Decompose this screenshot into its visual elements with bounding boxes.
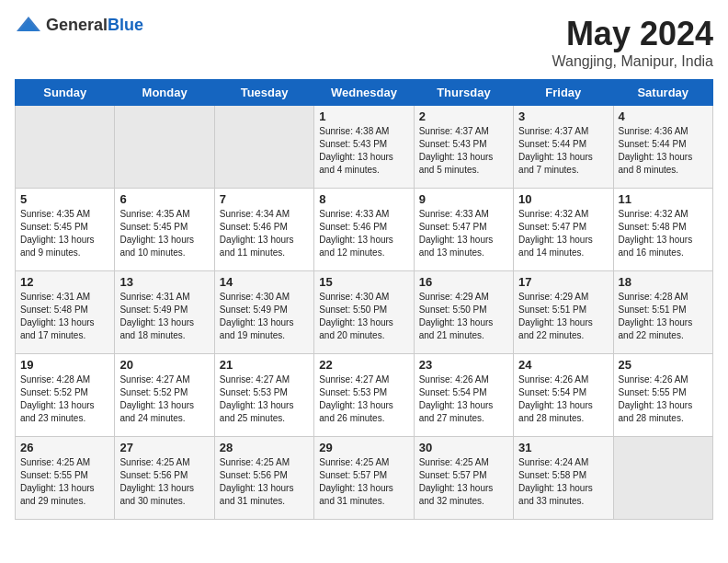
- cell-content: Sunrise: 4:26 AMSunset: 5:55 PMDaylight:…: [619, 374, 693, 423]
- header: GeneralBlue May 2024 Wangjing, Manipur, …: [15, 15, 713, 70]
- cell-content: Sunrise: 4:25 AMSunset: 5:56 PMDaylight:…: [119, 457, 194, 506]
- calendar-cell: 26Sunrise: 4:25 AMSunset: 5:55 PMDayligh…: [16, 437, 115, 520]
- cell-content: Sunrise: 4:30 AMSunset: 5:50 PMDaylight:…: [319, 292, 393, 340]
- cell-content: Sunrise: 4:32 AMSunset: 5:48 PMDaylight:…: [619, 209, 693, 258]
- calendar-week-row: 12Sunrise: 4:31 AMSunset: 5:48 PMDayligh…: [16, 271, 713, 354]
- cell-content: Sunrise: 4:30 AMSunset: 5:49 PMDaylight:…: [220, 292, 294, 340]
- day-number: 20: [119, 358, 209, 372]
- calendar-cell: 17Sunrise: 4:29 AMSunset: 5:51 PMDayligh…: [514, 271, 613, 354]
- cell-content: Sunrise: 4:31 AMSunset: 5:48 PMDaylight:…: [20, 292, 95, 340]
- day-number: 24: [518, 358, 608, 372]
- day-number: 21: [220, 358, 309, 372]
- day-number: 18: [619, 275, 708, 289]
- weekday-header-row: SundayMondayTuesdayWednesdayThursdayFrid…: [16, 80, 713, 106]
- day-number: 12: [20, 275, 109, 289]
- weekday-header-wednesday: Wednesday: [314, 80, 414, 106]
- calendar-week-row: 19Sunrise: 4:28 AMSunset: 5:52 PMDayligh…: [16, 354, 713, 437]
- day-number: 8: [319, 192, 408, 206]
- calendar-cell: 27Sunrise: 4:25 AMSunset: 5:56 PMDayligh…: [115, 437, 214, 520]
- day-number: 25: [619, 358, 708, 372]
- day-number: 28: [220, 441, 309, 454]
- day-number: 2: [419, 109, 508, 123]
- day-number: 1: [319, 109, 408, 123]
- logo-icon: [15, 15, 42, 35]
- cell-content: Sunrise: 4:32 AMSunset: 5:47 PMDaylight:…: [518, 209, 593, 258]
- calendar-cell: 21Sunrise: 4:27 AMSunset: 5:53 PMDayligh…: [214, 354, 313, 437]
- calendar-cell: 12Sunrise: 4:31 AMSunset: 5:48 PMDayligh…: [16, 271, 115, 354]
- cell-content: Sunrise: 4:25 AMSunset: 5:56 PMDaylight:…: [220, 457, 294, 506]
- calendar-cell: 15Sunrise: 4:30 AMSunset: 5:50 PMDayligh…: [314, 271, 414, 354]
- calendar-cell: 9Sunrise: 4:33 AMSunset: 5:47 PMDaylight…: [414, 189, 513, 271]
- main-title: May 2024: [552, 15, 713, 53]
- cell-content: Sunrise: 4:27 AMSunset: 5:52 PMDaylight:…: [119, 374, 194, 423]
- day-number: 31: [518, 441, 608, 454]
- calendar-cell: 25Sunrise: 4:26 AMSunset: 5:55 PMDayligh…: [613, 354, 712, 437]
- calendar-cell: [115, 106, 214, 189]
- calendar-cell: 13Sunrise: 4:31 AMSunset: 5:49 PMDayligh…: [115, 271, 214, 354]
- cell-content: Sunrise: 4:34 AMSunset: 5:46 PMDaylight:…: [220, 209, 294, 258]
- cell-content: Sunrise: 4:27 AMSunset: 5:53 PMDaylight:…: [319, 374, 393, 423]
- weekday-header-friday: Friday: [514, 80, 613, 106]
- cell-content: Sunrise: 4:38 AMSunset: 5:43 PMDaylight:…: [319, 126, 393, 175]
- calendar-table: SundayMondayTuesdayWednesdayThursdayFrid…: [15, 79, 713, 520]
- cell-content: Sunrise: 4:35 AMSunset: 5:45 PMDaylight:…: [119, 209, 194, 258]
- day-number: 13: [119, 275, 209, 289]
- logo-text: GeneralBlue: [46, 16, 143, 35]
- day-number: 23: [419, 358, 508, 372]
- day-number: 26: [20, 441, 109, 454]
- cell-content: Sunrise: 4:36 AMSunset: 5:44 PMDaylight:…: [619, 126, 693, 175]
- day-number: 9: [419, 192, 508, 206]
- calendar-cell: [613, 437, 712, 520]
- cell-content: Sunrise: 4:29 AMSunset: 5:50 PMDaylight:…: [419, 292, 494, 340]
- calendar-cell: 19Sunrise: 4:28 AMSunset: 5:52 PMDayligh…: [16, 354, 115, 437]
- calendar-cell: 1Sunrise: 4:38 AMSunset: 5:43 PMDaylight…: [314, 106, 414, 189]
- cell-content: Sunrise: 4:33 AMSunset: 5:46 PMDaylight:…: [319, 209, 393, 258]
- day-number: 15: [319, 275, 408, 289]
- weekday-header-thursday: Thursday: [414, 80, 513, 106]
- cell-content: Sunrise: 4:26 AMSunset: 5:54 PMDaylight:…: [419, 374, 494, 423]
- cell-content: Sunrise: 4:31 AMSunset: 5:49 PMDaylight:…: [119, 292, 194, 340]
- calendar-cell: 20Sunrise: 4:27 AMSunset: 5:52 PMDayligh…: [115, 354, 214, 437]
- day-number: 30: [419, 441, 508, 454]
- day-number: 4: [619, 109, 708, 123]
- day-number: 14: [220, 275, 309, 289]
- day-number: 11: [619, 192, 708, 206]
- weekday-header-tuesday: Tuesday: [214, 80, 313, 106]
- cell-content: Sunrise: 4:28 AMSunset: 5:52 PMDaylight:…: [20, 374, 95, 423]
- cell-content: Sunrise: 4:29 AMSunset: 5:51 PMDaylight:…: [518, 292, 593, 340]
- day-number: 10: [518, 192, 608, 206]
- title-area: May 2024 Wangjing, Manipur, India: [552, 15, 713, 70]
- cell-content: Sunrise: 4:25 AMSunset: 5:57 PMDaylight:…: [319, 457, 393, 506]
- cell-content: Sunrise: 4:28 AMSunset: 5:51 PMDaylight:…: [619, 292, 693, 340]
- day-number: 5: [20, 192, 109, 206]
- calendar-cell: 3Sunrise: 4:37 AMSunset: 5:44 PMDaylight…: [514, 106, 613, 189]
- calendar-cell: 22Sunrise: 4:27 AMSunset: 5:53 PMDayligh…: [314, 354, 414, 437]
- calendar-cell: 16Sunrise: 4:29 AMSunset: 5:50 PMDayligh…: [414, 271, 513, 354]
- calendar-cell: 8Sunrise: 4:33 AMSunset: 5:46 PMDaylight…: [314, 189, 414, 271]
- day-number: 27: [119, 441, 209, 454]
- day-number: 6: [119, 192, 209, 206]
- calendar-cell: 10Sunrise: 4:32 AMSunset: 5:47 PMDayligh…: [514, 189, 613, 271]
- calendar-cell: 23Sunrise: 4:26 AMSunset: 5:54 PMDayligh…: [414, 354, 513, 437]
- calendar-cell: 18Sunrise: 4:28 AMSunset: 5:51 PMDayligh…: [613, 271, 712, 354]
- calendar-cell: 24Sunrise: 4:26 AMSunset: 5:54 PMDayligh…: [514, 354, 613, 437]
- cell-content: Sunrise: 4:24 AMSunset: 5:58 PMDaylight:…: [518, 457, 593, 506]
- day-number: 7: [220, 192, 309, 206]
- calendar-cell: 29Sunrise: 4:25 AMSunset: 5:57 PMDayligh…: [314, 437, 414, 520]
- day-number: 22: [319, 358, 408, 372]
- cell-content: Sunrise: 4:26 AMSunset: 5:54 PMDaylight:…: [518, 374, 593, 423]
- calendar-cell: [16, 106, 115, 189]
- calendar-week-row: 1Sunrise: 4:38 AMSunset: 5:43 PMDaylight…: [16, 106, 713, 189]
- weekday-header-sunday: Sunday: [16, 80, 115, 106]
- weekday-header-saturday: Saturday: [613, 80, 712, 106]
- cell-content: Sunrise: 4:35 AMSunset: 5:45 PMDaylight:…: [20, 209, 95, 258]
- calendar-cell: 11Sunrise: 4:32 AMSunset: 5:48 PMDayligh…: [613, 189, 712, 271]
- calendar-cell: [214, 106, 313, 189]
- day-number: 19: [20, 358, 109, 372]
- cell-content: Sunrise: 4:37 AMSunset: 5:44 PMDaylight:…: [518, 126, 593, 175]
- calendar-week-row: 26Sunrise: 4:25 AMSunset: 5:55 PMDayligh…: [16, 437, 713, 520]
- cell-content: Sunrise: 4:25 AMSunset: 5:57 PMDaylight:…: [419, 457, 494, 506]
- calendar-week-row: 5Sunrise: 4:35 AMSunset: 5:45 PMDaylight…: [16, 189, 713, 271]
- calendar-cell: 6Sunrise: 4:35 AMSunset: 5:45 PMDaylight…: [115, 189, 214, 271]
- day-number: 17: [518, 275, 608, 289]
